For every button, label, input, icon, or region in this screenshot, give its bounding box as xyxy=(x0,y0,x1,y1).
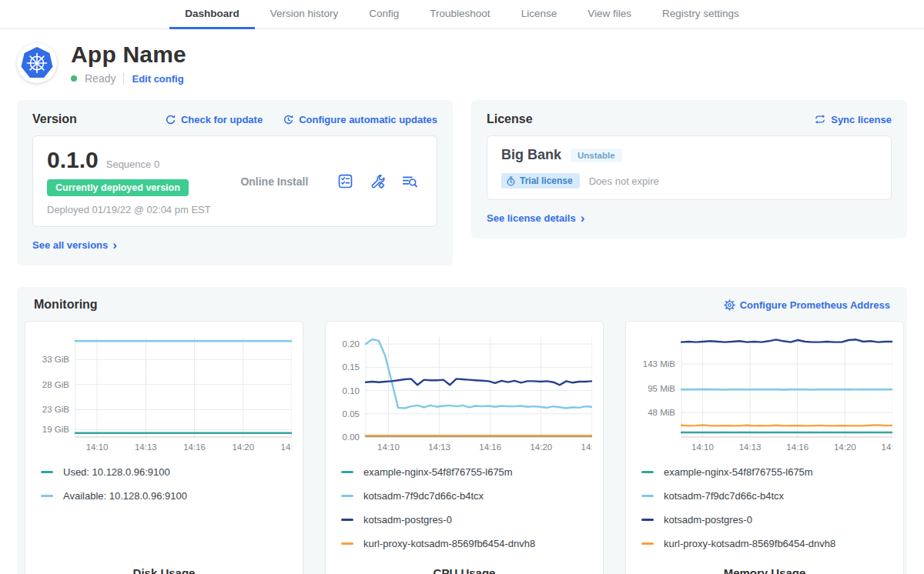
legend-item: example-nginx-54f8f76755-l675m xyxy=(341,466,588,478)
stopwatch-icon xyxy=(506,176,516,186)
license-card: License Sync license Big Bank Unstable xyxy=(471,100,907,239)
svg-text:14:10: 14:10 xyxy=(377,442,400,452)
preflight-checks-button[interactable] xyxy=(338,174,353,189)
svg-text:28 GiB: 28 GiB xyxy=(42,380,69,389)
legend-item: kotsadm-postgres-0 xyxy=(641,514,888,526)
chart-legend: Used: 10.128.0.96:9100Available: 10.128.… xyxy=(41,466,287,562)
legend-item: kotsadm-7f9dc7d66c-b4tcx xyxy=(341,490,588,502)
legend-color-dash xyxy=(641,471,654,473)
license-card-title: License xyxy=(487,112,533,126)
monitoring-section: Monitoring Configure Prometheus Address … xyxy=(17,287,907,574)
legend-color-dash xyxy=(641,495,654,497)
tab-license[interactable]: License xyxy=(506,0,573,29)
legend-item: kotsadm-postgres-0 xyxy=(341,514,588,526)
legend-label: example-nginx-54f8f76755-l675m xyxy=(664,466,813,478)
check-for-update-button[interactable]: Check for update xyxy=(165,114,263,125)
sync-arrows-icon xyxy=(814,114,826,125)
tab-config[interactable]: Config xyxy=(353,0,414,29)
tab-dashboard[interactable]: Dashboard xyxy=(169,0,255,29)
refresh-icon xyxy=(165,114,176,125)
svg-text:14:10: 14:10 xyxy=(86,442,109,452)
deploy-logs-icon xyxy=(402,174,418,189)
license-type-badge: Trial license xyxy=(501,173,580,189)
chart-legend: example-nginx-54f8f76755-l675mkotsadm-7f… xyxy=(341,466,588,562)
sync-license-button[interactable]: Sync license xyxy=(814,114,892,125)
status-badge: Ready xyxy=(85,72,116,85)
app-header: App Name Ready Edit config xyxy=(0,29,924,92)
chart-legend: example-nginx-54f8f76755-l675mkotsadm-7f… xyxy=(641,466,888,562)
svg-text:14:20: 14:20 xyxy=(232,442,254,452)
chart-card-cpu-usage: 0.000.050.100.150.2014:1014:1314:1614:20… xyxy=(325,321,604,574)
legend-color-dash xyxy=(41,495,53,497)
edit-config-values-button[interactable] xyxy=(370,174,385,189)
svg-text:14:20: 14:20 xyxy=(834,442,856,452)
legend-color-dash xyxy=(341,471,353,473)
config-wrench-icon xyxy=(370,174,385,189)
install-type-label: Online Install xyxy=(211,175,338,188)
schedule-clock-icon xyxy=(283,114,294,125)
tab-version-history[interactable]: Version history xyxy=(255,0,354,29)
chart-plot: 19 GiB23 GiB28 GiB33 GiB14:1014:1314:161… xyxy=(36,331,292,456)
svg-text:14:16: 14:16 xyxy=(786,442,808,452)
svg-text:14:16: 14:16 xyxy=(479,442,501,452)
chart-plot: 48 MiB95 MiB143 MiB14:1014:1314:1614:201… xyxy=(637,331,892,456)
legend-item: kotsadm-7f9dc7d66c-b4tcx xyxy=(641,490,888,502)
chart-card-memory-usage: 48 MiB95 MiB143 MiB14:1014:1314:1614:201… xyxy=(625,321,904,574)
page-title: App Name xyxy=(71,42,186,68)
chart-title: CPU Usage xyxy=(336,562,592,574)
svg-text:0.20: 0.20 xyxy=(343,339,360,349)
deployed-timestamp: Deployed 01/19/22 @ 02:04 pm EST xyxy=(47,204,211,215)
chevron-right-icon: › xyxy=(112,242,117,249)
channel-badge: Unstable xyxy=(571,149,622,162)
svg-text:14:10: 14:10 xyxy=(691,442,714,452)
preflight-checks-icon xyxy=(338,174,353,189)
svg-text:14:16: 14:16 xyxy=(183,442,206,452)
kubernetes-logo-icon xyxy=(19,45,55,81)
svg-text:48 MiB: 48 MiB xyxy=(648,408,675,417)
chart-plot: 0.000.050.100.150.2014:1014:1314:1614:20… xyxy=(336,331,592,456)
legend-label: kotsadm-postgres-0 xyxy=(664,514,752,526)
edit-config-link[interactable]: Edit config xyxy=(132,73,183,85)
monitoring-title: Monitoring xyxy=(34,298,98,312)
tab-registry-settings[interactable]: Registry settings xyxy=(647,0,755,29)
expiry-label: Does not expire xyxy=(589,175,659,187)
version-card: Version Check for update xyxy=(17,100,453,265)
legend-color-dash xyxy=(341,542,353,545)
deployed-version-row: 0.1.0 Sequence 0 Currently deployed vers… xyxy=(32,135,437,227)
license-details-row: Big Bank Unstable Trial license Does not… xyxy=(487,135,892,200)
divider xyxy=(123,73,124,85)
chevron-right-icon: › xyxy=(581,215,585,222)
configure-prometheus-link[interactable]: Configure Prometheus Address xyxy=(724,299,890,311)
legend-label: kotsadm-postgres-0 xyxy=(363,514,452,526)
legend-label: kotsadm-7f9dc7d66c-b4tcx xyxy=(363,490,484,502)
svg-text:19 GiB: 19 GiB xyxy=(42,425,69,434)
legend-item: Available: 10.128.0.96:9100 xyxy=(41,490,287,502)
configure-automatic-updates-button[interactable]: Configure automatic updates xyxy=(283,114,437,125)
svg-text:14:23: 14:23 xyxy=(281,442,292,452)
version-card-title: Version xyxy=(32,112,77,126)
app-logo xyxy=(17,43,57,83)
version-number: 0.1.0 xyxy=(47,147,99,173)
legend-item: kurl-proxy-kotsadm-8569fb6454-dnvh8 xyxy=(341,538,588,549)
svg-text:0.10: 0.10 xyxy=(343,386,360,395)
legend-color-dash xyxy=(341,519,353,521)
svg-text:33 GiB: 33 GiB xyxy=(42,355,69,364)
tab-view-files[interactable]: View files xyxy=(572,0,647,29)
deploy-logs-button[interactable] xyxy=(402,174,418,189)
sequence-label: Sequence 0 xyxy=(106,159,159,170)
see-all-versions-link[interactable]: See all versions › xyxy=(32,239,117,251)
svg-text:14:23: 14:23 xyxy=(882,442,892,452)
chart-card-disk-usage: 19 GiB23 GiB28 GiB33 GiB14:1014:1314:161… xyxy=(25,321,303,574)
svg-text:95 MiB: 95 MiB xyxy=(648,384,675,393)
tab-troubleshoot[interactable]: Troubleshoot xyxy=(414,0,505,29)
svg-text:0.15: 0.15 xyxy=(343,362,360,372)
legend-label: kotsadm-7f9dc7d66c-b4tcx xyxy=(664,490,784,502)
top-navigation: Dashboard Version history Config Trouble… xyxy=(0,0,924,29)
legend-label: kurl-proxy-kotsadm-8569fb6454-dnvh8 xyxy=(363,538,535,549)
chart-title: Memory Usage xyxy=(637,562,892,574)
legend-color-dash xyxy=(641,519,654,521)
currently-deployed-badge: Currently deployed version xyxy=(47,179,189,196)
svg-text:0.00: 0.00 xyxy=(343,432,360,442)
see-license-details-link[interactable]: See license details › xyxy=(487,212,584,224)
gear-icon xyxy=(724,299,735,311)
